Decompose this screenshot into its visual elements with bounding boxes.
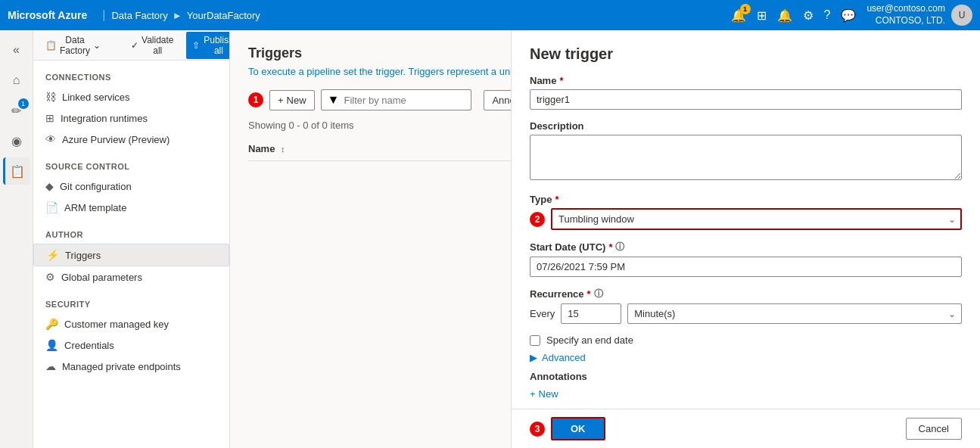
recurrence-info-icon: ⓘ [594,288,603,300]
user-org: CONTOSO, LTD. [876,15,945,27]
name-input[interactable] [530,89,962,110]
name-label: Name * [530,75,962,86]
nav-git-configuration[interactable]: ◆ Git configuration [33,176,229,197]
left-panel: 📋 Data Factory ⌄ ✓ Validate all ⇧ Publis… [33,30,230,448]
key-icon: 🔑 [45,318,58,330]
advanced-triangle: ▶ [530,352,537,363]
avatar[interactable]: U [951,5,972,26]
nav-arm-template[interactable]: 📄 ARM template [33,197,229,218]
start-date-input[interactable] [530,257,962,277]
author-title: Author [45,230,83,239]
help-icon[interactable]: ? [824,8,831,22]
specify-end-date-label: Specify an end date [546,334,633,346]
recurrence-unit-select[interactable]: Minute(s) Second(s) Hour(s) Day(s) Week(… [627,303,962,324]
feedback-icon[interactable]: 💬 [841,8,856,23]
ok-button[interactable]: OK [551,417,605,440]
validate-icon: ✓ [131,40,138,51]
recurrence-row: Every Minute(s) Second(s) Hour(s) Day(s)… [530,303,962,324]
panel-title: New trigger [530,45,962,63]
nav-author-section: Author ⚡ Triggers ⚙ Global parameters [33,218,229,288]
advanced-row[interactable]: ▶ Advanced [530,352,962,363]
add-annotation-row[interactable]: + New [530,388,962,400]
cancel-button[interactable]: Cancel [906,418,962,440]
global-parameters-label: Global parameters [61,272,142,283]
type-select[interactable]: Tumbling window Schedule Event Custom [551,208,962,230]
filter-input[interactable] [344,95,465,106]
brand-label: Microsoft Azure [8,9,87,21]
sidebar-collapse-btn[interactable]: « [3,36,30,64]
source-control-title: Source control [45,162,130,171]
panel-footer: 3 OK Cancel [512,409,980,448]
topbar: Microsoft Azure | Data Factory ► YourDat… [0,0,980,30]
validate-all-button[interactable]: ✓ Validate all [125,32,179,59]
git-configuration-label: Git configuration [60,181,132,192]
advanced-label: Advanced [542,352,586,363]
nav-credentials[interactable]: 👤 Credentials [33,334,229,356]
sidebar-manage-btn[interactable]: 📋 [3,157,30,185]
start-date-required: * [608,241,612,253]
name-sort-icon[interactable]: ↕ [281,145,285,154]
global-params-icon: ⚙ [45,271,55,283]
breadcrumb-arrow: ► [173,10,182,21]
nav-connections-section: Connections ⛓ Linked services ⊞ Integrat… [33,61,229,150]
security-section-header: Security [33,288,229,313]
sidebar-home-btn[interactable]: ⌂ [3,67,30,94]
new-trigger-button[interactable]: + New [269,90,315,110]
settings-icon[interactable]: ⚙ [803,8,814,23]
connections-title: Connections [45,73,111,82]
nav-managed-private-endpoints[interactable]: ☁ Managed private endpoints [33,356,229,377]
plus-icon: + [278,95,284,106]
new-label: New [287,95,306,106]
arm-icon: 📄 [45,201,58,213]
recurrence-form-group: Recurrence * ⓘ Every Minute(s) Second(s)… [530,288,962,324]
sidebar-pencil-btn[interactable]: ✏ 1 [3,97,30,124]
nav-integration-runtimes[interactable]: ⊞ Integration runtimes [33,107,229,129]
sidebar-monitor-btn[interactable]: ◉ [3,127,30,154]
content-area: Triggers To execute a pipeline set the t… [230,30,980,448]
security-title: Security [45,300,91,309]
user-info: user@contoso.com CONTOSO, LTD. U [866,3,972,26]
integration-runtimes-label: Integration runtimes [61,113,148,124]
portal-icon[interactable]: ⊞ [757,8,767,23]
breadcrumb: Data Factory ► YourDataFactory [111,10,260,21]
validate-label: Validate all [142,35,173,56]
nav-global-parameters[interactable]: ⚙ Global parameters [33,266,229,288]
managed-private-endpoints-label: Managed private endpoints [62,361,181,372]
topbar-right: 🔔 1 ⊞ 🔔 ⚙ ? 💬 user@contoso.com CONTOSO, … [731,3,972,26]
nav-linked-services[interactable]: ⛓ Linked services [33,86,229,107]
add-annotation-plus-icon: + [530,388,536,400]
type-label: Type * [530,194,962,205]
recurrence-label: Recurrence * ⓘ [530,288,962,300]
notifications-icon[interactable]: 🔔 1 [731,8,746,23]
publish-all-button[interactable]: ⇧ Publish all 1 [186,32,231,59]
nav-azure-purview[interactable]: 👁 Azure Purview (Preview) [33,129,229,150]
description-textarea[interactable] [530,135,962,180]
breadcrumb-data-factory[interactable]: Data Factory [111,10,167,21]
git-icon: ◆ [45,180,54,192]
nav-triggers[interactable]: ⚡ Triggers [33,244,229,266]
recurrence-value-input[interactable] [561,303,621,324]
linked-services-icon: ⛓ [45,91,56,103]
data-factory-button[interactable]: 📋 Data Factory ⌄ [39,32,107,59]
icon-sidebar: « ⌂ ✏ 1 ◉ 📋 [0,30,33,448]
nav-source-control-section: Source control ◆ Git configuration 📄 ARM… [33,150,229,218]
connections-section-header: Connections [33,61,229,86]
breadcrumb-your-data-factory[interactable]: YourDataFactory [187,10,260,21]
filter-input-wrap: ▼ [321,89,472,110]
type-required: * [555,194,558,205]
step2-badge: 2 [530,212,545,227]
step1-badge: 1 [248,92,263,107]
specify-end-date-row: Specify an end date [530,334,962,346]
main-area: « ⌂ ✏ 1 ◉ 📋 📋 Data Factory ⌄ ✓ Validate … [0,30,980,448]
start-date-form-group: Start Date (UTC) * ⓘ [530,241,962,277]
every-label: Every [530,308,555,319]
triggers-icon: ⚡ [46,249,59,261]
purview-icon: 👁 [45,133,56,145]
nav-customer-managed-key[interactable]: 🔑 Customer managed key [33,313,229,334]
data-factory-chevron: ⌄ [93,40,101,51]
bell-icon[interactable]: 🔔 [777,8,792,23]
name-required: * [559,75,563,86]
annotations-title: Annotations [530,371,962,382]
specify-end-date-checkbox[interactable] [530,335,540,346]
description-form-group: Description [530,120,962,183]
